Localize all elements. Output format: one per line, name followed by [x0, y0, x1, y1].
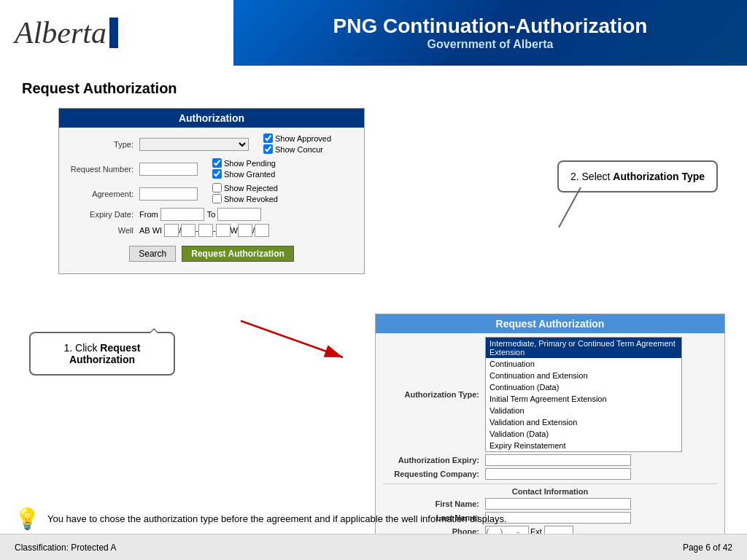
well-row: Well AB WI / - - W /	[66, 224, 357, 237]
tip-area: 💡 You have to chose the authorization ty…	[15, 507, 732, 531]
authorization-form: Authorization Type: Show Approved Show C…	[58, 108, 365, 274]
request-number-input[interactable]	[139, 163, 198, 176]
header-title-area: PNG Continuation-Authorization Governmen…	[233, 0, 747, 66]
show-granted-checkbox[interactable]	[212, 169, 222, 179]
cb-show-approved: Show Approved	[263, 133, 331, 143]
agreement-row: Agreement: Show Rejected Show Revoked	[66, 183, 357, 205]
auth-type-option-0[interactable]: Intermediate, Primary or Continued Term …	[486, 338, 681, 358]
request-number-row: Request Number: Show Pending Show Grante…	[66, 158, 357, 180]
callout-2: 2. Select Authorization Type	[557, 160, 718, 192]
auth-type-option-4[interactable]: Initial Term Agreement Extension	[486, 393, 681, 405]
svg-line-0	[559, 187, 581, 228]
auth-expiry-row: Authorization Expiry:	[383, 454, 717, 466]
well-prefix: AB WI	[139, 226, 162, 235]
auth-type-option-6[interactable]: Validation and Extension	[486, 416, 681, 428]
well-input3[interactable]	[198, 224, 213, 237]
auth-type-option-8[interactable]: Expiry Reinstatement	[486, 440, 681, 451]
cb-show-concur: Show Concur	[263, 144, 331, 154]
auth-form-body: Type: Show Approved Show Concur Request …	[59, 128, 364, 273]
show-pending-checkbox[interactable]	[212, 158, 222, 168]
classification-label: Classification: Protected A	[15, 542, 116, 553]
svg-line-2	[241, 321, 343, 357]
logo-bar	[109, 18, 118, 48]
well-input5[interactable]	[238, 224, 252, 237]
show-rejected-label: Show Rejected	[224, 184, 278, 192]
well-input6[interactable]	[255, 224, 269, 237]
well-w: W	[231, 226, 238, 235]
cb-show-granted: Show Granted	[212, 169, 276, 179]
request-number-label: Request Number:	[66, 165, 139, 174]
callout-1: 1. Click Request Authorization	[29, 332, 175, 376]
auth-type-label: Authorization Type:	[383, 390, 485, 399]
requesting-company-input[interactable]	[485, 468, 631, 480]
expiry-date-row: Expiry Date: From To	[66, 208, 357, 221]
auth-type-option-1[interactable]: Continuation	[486, 358, 681, 370]
well-label: Well	[66, 226, 139, 235]
well-input4[interactable]	[216, 224, 231, 237]
checkboxes-area: Show Approved Show Concur	[263, 133, 331, 155]
requesting-company-row: Requesting Company:	[383, 468, 717, 480]
auth-type-option-2[interactable]: Continuation and Extension	[486, 370, 681, 381]
callout-2-step: 2. Select	[570, 171, 613, 182]
main-content: Request Authorization Authorization Type…	[0, 66, 747, 289]
auth-type-option-7[interactable]: Validation (Data)	[486, 428, 681, 440]
request-authorization-button[interactable]: Request Authorization	[182, 246, 294, 262]
callout-2-tail-svg	[551, 187, 610, 231]
logo-area: Alberta	[0, 0, 233, 66]
auth-expiry-label: Authorization Expiry:	[383, 456, 485, 464]
show-approved-checkbox[interactable]	[263, 133, 273, 143]
agreement-label: Agreement:	[66, 190, 139, 198]
requesting-company-label: Requesting Company:	[383, 470, 485, 478]
cb-show-revoked: Show Revoked	[212, 194, 278, 203]
red-arrow-svg	[226, 314, 372, 372]
logo-text: Alberta	[15, 15, 107, 50]
from-label: From	[139, 210, 158, 219]
search-button[interactable]: Search	[129, 246, 176, 262]
well-input2[interactable]	[181, 224, 196, 237]
form-actions: Search Request Authorization	[66, 240, 357, 268]
checkboxes-area3: Show Rejected Show Revoked	[212, 183, 278, 205]
show-approved-label: Show Approved	[275, 134, 331, 143]
show-revoked-checkbox[interactable]	[212, 194, 222, 203]
tip-text: You have to chose the authorization type…	[47, 513, 507, 524]
footer: Classification: Protected A Page 6 of 42	[0, 534, 747, 560]
auth-type-select[interactable]: Intermediate, Primary or Continued Term …	[485, 337, 682, 452]
expiry-to-input[interactable]	[217, 208, 261, 221]
show-rejected-checkbox[interactable]	[212, 183, 222, 192]
header: Alberta PNG Continuation-Authorization G…	[0, 0, 747, 66]
req-auth-popup-header: Request Authorization	[376, 314, 724, 333]
show-granted-label: Show Granted	[224, 170, 275, 179]
show-revoked-label: Show Revoked	[224, 195, 278, 203]
auth-type-row: Authorization Type: Intermediate, Primar…	[383, 337, 717, 452]
show-concur-label: Show Concur	[275, 145, 323, 154]
type-select[interactable]	[139, 138, 249, 151]
auth-type-option-5[interactable]: Validation	[486, 405, 681, 416]
section-title: Request Authorization	[22, 80, 725, 97]
auth-expiry-input[interactable]	[485, 454, 631, 466]
tip-icon: 💡	[15, 507, 40, 531]
contact-info-header: Contact Information	[383, 483, 717, 496]
cb-show-rejected: Show Rejected	[212, 183, 278, 192]
agreement-input[interactable]	[139, 187, 198, 201]
header-title: PNG Continuation-Authorization	[333, 15, 648, 38]
expiry-date-label: Expiry Date:	[66, 210, 139, 219]
auth-type-option-3[interactable]: Continuation (Data)	[486, 381, 681, 393]
header-subtitle: Government of Alberta	[427, 38, 554, 51]
type-row: Type: Show Approved Show Concur	[66, 133, 357, 155]
well-input1[interactable]	[164, 224, 179, 237]
cb-show-pending: Show Pending	[212, 158, 276, 168]
show-concur-checkbox[interactable]	[263, 144, 273, 154]
to-label: To	[207, 210, 216, 219]
callout-2-bold: Authorization Type	[613, 171, 705, 182]
checkboxes-area2: Show Pending Show Granted	[212, 158, 276, 180]
show-pending-label: Show Pending	[224, 159, 276, 168]
page-info: Page 6 of 42	[683, 542, 732, 553]
type-label: Type:	[66, 140, 139, 149]
callout-1-step: 1. Click	[63, 342, 100, 354]
auth-form-header: Authorization	[59, 109, 364, 128]
expiry-from-input[interactable]	[160, 208, 204, 221]
